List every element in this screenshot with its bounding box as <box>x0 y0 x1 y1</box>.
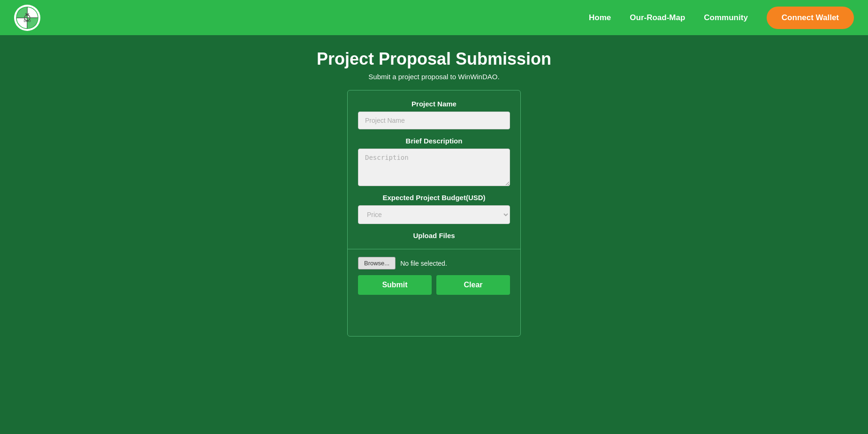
upload-label-group: Upload Files <box>358 232 510 239</box>
form-bottom-space <box>358 300 510 329</box>
budget-select[interactable]: Price $0 - $1,000 $1,000 - $5,000 $5,000… <box>358 205 510 224</box>
nav-roadmap[interactable]: Our-Road-Map <box>630 13 685 22</box>
budget-field-group: Expected Project Budget(USD) Price $0 - … <box>358 194 510 224</box>
description-label: Brief Description <box>406 137 463 145</box>
form-inner: Project Name Brief Description Expected … <box>348 90 520 249</box>
project-name-field-group: Project Name <box>358 100 510 129</box>
svg-text:W: W <box>25 12 29 16</box>
connect-wallet-button[interactable]: Connect Wallet <box>767 7 854 29</box>
action-buttons: Submit Clear <box>358 275 510 295</box>
clear-button[interactable]: Clear <box>436 275 510 295</box>
header-nav: Home Our-Road-Map Community Connect Wall… <box>589 7 854 29</box>
description-textarea[interactable] <box>358 149 510 186</box>
upload-section: Browse... No file selected. Submit Clear <box>348 249 520 336</box>
main-content: Project Proposal Submission Submit a pro… <box>0 35 868 337</box>
browse-button[interactable]: Browse... <box>358 257 396 269</box>
submit-button[interactable]: Submit <box>358 275 432 295</box>
upload-label: Upload Files <box>413 232 455 239</box>
header: W DAO Home Our-Road-Map Community Connec… <box>0 0 868 35</box>
budget-label: Expected Project Budget(USD) <box>382 194 485 202</box>
file-status: No file selected. <box>400 260 447 267</box>
logo-image: W DAO <box>14 5 40 31</box>
project-name-input[interactable] <box>358 112 510 129</box>
page-title: Project Proposal Submission <box>317 49 551 69</box>
page-subtitle: Submit a project proposal to WinWinDAO. <box>368 73 499 81</box>
logo-container: W DAO <box>14 5 40 31</box>
svg-text:DAO: DAO <box>23 19 31 22</box>
project-name-label: Project Name <box>411 100 457 108</box>
logo-svg: W DAO <box>15 6 39 30</box>
description-field-group: Brief Description <box>358 137 510 186</box>
nav-community[interactable]: Community <box>704 13 748 22</box>
file-input-row: Browse... No file selected. <box>358 257 510 269</box>
form-card: Project Name Brief Description Expected … <box>347 90 521 337</box>
nav-home[interactable]: Home <box>589 13 611 22</box>
